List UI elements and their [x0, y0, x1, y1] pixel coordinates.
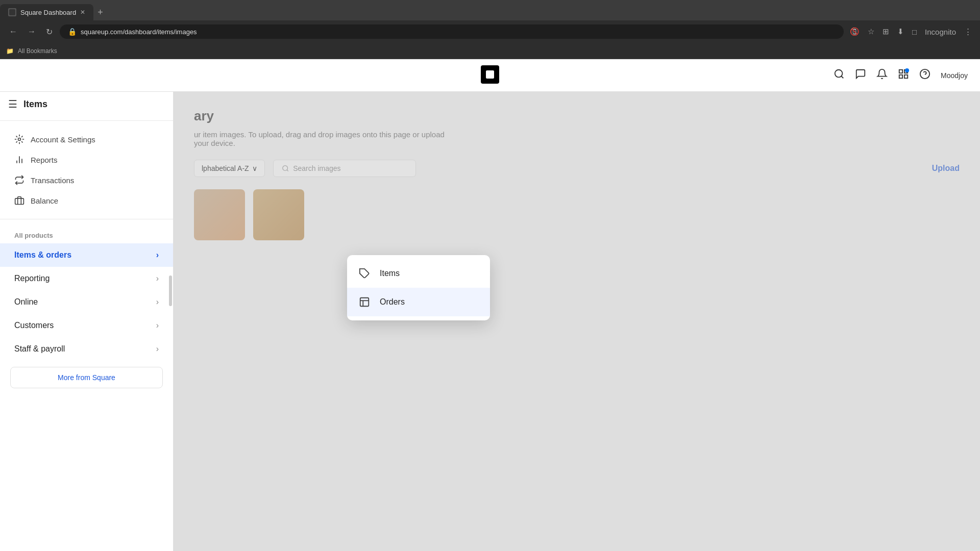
main-area: ☰ Items Account & Settings Reports — [0, 92, 980, 551]
sidebar-item-items-orders[interactable]: Items & orders › — [0, 243, 173, 267]
app-container: Moodjoy ☰ Items Account & Settings — [0, 59, 980, 551]
nav-bar: ← → ↻ 🔒 squareup.com/dashboard/items/ima… — [0, 20, 980, 43]
incognito-button[interactable]: Incognito — [923, 26, 958, 38]
tab-title: Square Dashboard — [20, 9, 76, 16]
sidebar-item-account-settings[interactable]: Account & Settings — [8, 129, 165, 149]
top-header: Moodjoy — [0, 59, 980, 92]
help-button[interactable] — [919, 68, 930, 82]
svg-rect-7 — [904, 75, 908, 78]
menu-button[interactable]: ⋮ — [962, 25, 974, 38]
active-tab[interactable]: Square Dashboard ✕ — [0, 4, 93, 20]
refresh-button[interactable]: ↻ — [43, 25, 56, 39]
chevron-right-icon: › — [156, 344, 159, 354]
tab-close-button[interactable]: ✕ — [80, 9, 85, 16]
more-from-square-button[interactable]: More from Square — [10, 367, 163, 388]
gear-icon — [14, 134, 24, 144]
incognito-label: Incognito — [925, 28, 956, 36]
items-label: Items — [23, 99, 47, 110]
svg-line-4 — [841, 76, 843, 78]
svg-rect-2 — [486, 70, 494, 79]
balance-label: Balance — [31, 196, 58, 205]
header-right: Moodjoy — [834, 68, 968, 82]
sidebar-divider-1 — [0, 120, 173, 121]
dropdown-orders-label: Orders — [380, 297, 405, 307]
sidebar-item-customers[interactable]: Customers › — [0, 314, 173, 337]
profile-button[interactable]: □ — [910, 26, 919, 38]
sidebar-top-items: Account & Settings Reports Transactions … — [0, 125, 173, 215]
cast-button[interactable]: 📵 — [848, 25, 862, 38]
orders-icon — [357, 295, 372, 309]
square-logo — [481, 65, 499, 84]
items-orders-label: Items & orders — [14, 251, 71, 260]
dropdown-item-items[interactable]: Items — [347, 259, 490, 288]
reports-label: Reports — [31, 156, 58, 164]
bookmark-button[interactable]: ☆ — [866, 25, 876, 38]
staff-payroll-label: Staff & payroll — [14, 344, 65, 354]
sidebar-item-online[interactable]: Online › — [0, 290, 173, 314]
tab-favicon — [8, 8, 16, 16]
tag-icon — [357, 266, 372, 281]
extensions-button[interactable]: ⊞ — [880, 25, 891, 38]
chevron-right-icon: › — [156, 251, 159, 260]
search-button[interactable] — [834, 68, 845, 82]
header-logo — [481, 65, 499, 86]
svg-rect-0 — [9, 9, 15, 15]
sidebar-divider-2 — [0, 219, 173, 219]
browser-nav-icons: 📵 ☆ ⊞ ⬇ □ Incognito ⋮ — [848, 25, 974, 38]
svg-rect-5 — [899, 70, 902, 73]
chevron-right-icon: › — [156, 297, 159, 307]
customers-label: Customers — [14, 321, 54, 330]
bookmarks-label: All Bookmarks — [18, 47, 57, 55]
transactions-label: Transactions — [31, 176, 74, 185]
svg-point-3 — [835, 70, 843, 78]
items-dropdown-popup: Items Orders — [347, 255, 490, 320]
sidebar-item-transactions[interactable]: Transactions — [8, 170, 165, 190]
chevron-right-icon: › — [156, 321, 159, 330]
chevron-right-icon: › — [156, 274, 159, 283]
address-bar[interactable]: 🔒 squareup.com/dashboard/items/images — [60, 24, 844, 39]
new-tab-button[interactable]: + — [93, 5, 107, 20]
sidebar-item-reports[interactable]: Reports — [8, 149, 165, 170]
content-overlay — [174, 92, 980, 551]
all-products-label: All products — [0, 223, 173, 243]
messages-button[interactable] — [855, 68, 866, 82]
bookmarks-bar: 📁 All Bookmarks — [0, 43, 980, 59]
url-text: squareup.com/dashboard/items/images — [81, 28, 197, 36]
sidebar-item-reporting[interactable]: Reporting › — [0, 267, 173, 290]
user-name[interactable]: Moodjoy — [941, 71, 968, 80]
browser-chrome: Square Dashboard ✕ + ← → ↻ 🔒 squareup.co… — [0, 0, 980, 59]
svg-rect-15 — [15, 198, 24, 205]
bar-chart-icon — [14, 155, 24, 165]
dropdown-items-label: Items — [380, 269, 400, 278]
svg-rect-8 — [899, 75, 902, 78]
reporting-label: Reporting — [14, 274, 50, 283]
sidebar-item-balance[interactable]: Balance — [8, 190, 165, 211]
svg-point-11 — [18, 138, 21, 141]
download-button[interactable]: ⬇ — [895, 25, 906, 38]
scroll-indicator — [169, 276, 172, 306]
hamburger-icon: ☰ — [8, 98, 17, 110]
transactions-icon — [14, 175, 24, 185]
online-label: Online — [14, 297, 38, 307]
svg-rect-19 — [360, 298, 369, 307]
content-area: ary ur item images. To upload, drag and … — [174, 92, 980, 551]
sidebar-item-staff-payroll[interactable]: Staff & payroll › — [0, 337, 173, 361]
back-button[interactable]: ← — [6, 25, 20, 38]
sidebar-items-header[interactable]: ☰ Items — [0, 92, 173, 116]
dropdown-item-orders[interactable]: Orders — [347, 288, 490, 316]
account-settings-label: Account & Settings — [31, 135, 95, 144]
forward-button[interactable]: → — [24, 25, 39, 38]
balance-icon — [14, 195, 24, 206]
dashboard-button[interactable] — [898, 68, 909, 82]
sidebar: ☰ Items Account & Settings Reports — [0, 92, 174, 551]
notifications-button[interactable] — [876, 68, 888, 82]
tab-bar: Square Dashboard ✕ + — [0, 0, 980, 20]
